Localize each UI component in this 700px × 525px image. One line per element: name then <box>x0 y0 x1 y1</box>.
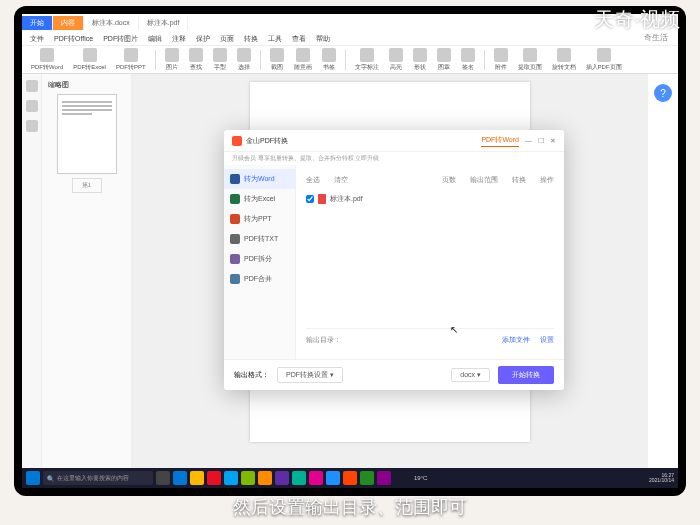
task-icon[interactable] <box>360 471 374 485</box>
task-icon[interactable] <box>190 471 204 485</box>
app-logo-icon <box>232 136 242 146</box>
right-sidebar: ? <box>648 74 678 470</box>
page-thumbnail[interactable] <box>57 94 117 174</box>
dialog-tab[interactable]: PDF转Word <box>481 135 519 147</box>
output-dir-label: 输出目录： <box>306 335 341 345</box>
side-excel[interactable]: 转为Excel <box>224 189 295 209</box>
windows-taskbar: 🔍 在这里输入你要搜索的内容 19°C 16:27 2021/10/14 <box>22 468 678 488</box>
thumbnail-panel: 缩略图 第1 <box>42 74 132 470</box>
menu-annotate[interactable]: 注释 <box>172 34 186 44</box>
task-icon[interactable] <box>275 471 289 485</box>
col-range: 输出范围 <box>470 175 498 185</box>
tool-insert[interactable]: 插入PDF页面 <box>583 47 625 73</box>
tool-shape[interactable]: 形状 <box>410 47 430 73</box>
tool-sign[interactable]: 签名 <box>458 47 478 73</box>
window-tabs: 开始 内容 标注本.docx 标注本.pdf <box>22 14 678 32</box>
menu-bar: 文件 PDF转Office PDF转图片 编辑 注释 保护 页面 转换 工具 查… <box>22 32 678 46</box>
menu-view[interactable]: 查看 <box>292 34 306 44</box>
format-select[interactable]: PDF转换设置 ▾ <box>277 367 343 383</box>
menu-convert-img[interactable]: PDF转图片 <box>103 34 138 44</box>
thumbnail-icon[interactable] <box>26 80 38 92</box>
dialog-header: 金山PDF转换 PDF转Word — ☐ ✕ <box>224 130 564 152</box>
maximize-icon[interactable]: ☐ <box>538 137 544 145</box>
comment-icon[interactable] <box>26 120 38 132</box>
task-icon[interactable] <box>309 471 323 485</box>
bookmark-icon[interactable] <box>26 100 38 112</box>
file-row[interactable]: 标注本.pdf <box>306 191 554 207</box>
tab-pdf[interactable]: 标注本.pdf <box>139 16 189 30</box>
toolbar: PDF转Word PDF转Excel PDF转PPT 图片 查找 手型 选择 截… <box>22 46 678 74</box>
page-number: 第1 <box>72 178 102 193</box>
taskbar-clock[interactable]: 16:27 2021/10/14 <box>649 473 674 484</box>
tool-bookmark[interactable]: 书签 <box>319 47 339 73</box>
tool-hand[interactable]: 手型 <box>210 47 230 73</box>
menu-convert-office[interactable]: PDF转Office <box>54 34 93 44</box>
add-file-link[interactable]: 添加文件 <box>502 335 530 345</box>
task-icon[interactable] <box>377 471 391 485</box>
task-icon[interactable] <box>207 471 221 485</box>
start-convert-button[interactable]: 开始转换 <box>498 366 554 384</box>
task-icon[interactable] <box>326 471 340 485</box>
thumb-header: 缩略图 <box>48 80 125 90</box>
taskbar-search[interactable]: 🔍 在这里输入你要搜索的内容 <box>43 471 153 485</box>
side-split[interactable]: PDF拆分 <box>224 249 295 269</box>
menu-page[interactable]: 页面 <box>220 34 234 44</box>
tool-extract[interactable]: 提取页面 <box>515 47 545 73</box>
side-merge[interactable]: PDF合并 <box>224 269 295 289</box>
task-icon[interactable] <box>292 471 306 485</box>
col-action: 操作 <box>540 175 554 185</box>
task-icon[interactable] <box>156 471 170 485</box>
task-icon[interactable] <box>241 471 255 485</box>
dialog-title: 金山PDF转换 <box>246 136 288 146</box>
task-icon[interactable] <box>343 471 357 485</box>
minimize-icon[interactable]: — <box>525 137 532 144</box>
menu-edit[interactable]: 编辑 <box>148 34 162 44</box>
task-icon[interactable] <box>173 471 187 485</box>
tab-content[interactable]: 内容 <box>53 16 84 30</box>
tool-rotate[interactable]: 旋转文档 <box>549 47 579 73</box>
col-clear[interactable]: 清空 <box>334 175 348 185</box>
task-icon[interactable] <box>224 471 238 485</box>
tool-text[interactable]: 文字标注 <box>352 47 382 73</box>
dialog-main: 全选 清空 页数 输出范围 转换 操作 标注本.pdf 输出目录： 添加文件 设… <box>296 165 564 359</box>
dialog-banner: 升级会员 尊享批量转换、提取、合并拆分特权 立即升级 <box>224 152 564 165</box>
col-pages: 页数 <box>442 175 456 185</box>
tool-find[interactable]: 查找 <box>186 47 206 73</box>
tool-select[interactable]: 选择 <box>234 47 254 73</box>
menu-file[interactable]: 文件 <box>30 34 44 44</box>
file-list-header: 全选 清空 页数 输出范围 转换 操作 <box>306 173 554 191</box>
tab-doc[interactable]: 标注本.docx <box>84 16 139 30</box>
task-icon[interactable] <box>258 471 272 485</box>
file-name: 标注本.pdf <box>330 194 363 204</box>
tool-attach[interactable]: 附件 <box>491 47 511 73</box>
tool-pdf-word[interactable]: PDF转Word <box>28 47 66 73</box>
settings-link[interactable]: 设置 <box>540 335 554 345</box>
file-checkbox[interactable] <box>306 195 314 203</box>
tool-draw[interactable]: 随意画 <box>291 47 315 73</box>
pdf-file-icon <box>318 194 326 204</box>
menu-help[interactable]: 帮助 <box>316 34 330 44</box>
screen: 开始 内容 标注本.docx 标注本.pdf 文件 PDF转Office PDF… <box>22 14 678 488</box>
close-icon[interactable]: ✕ <box>550 137 556 145</box>
side-ppt[interactable]: 转为PPT <box>224 209 295 229</box>
weather[interactable]: 19°C <box>414 475 427 481</box>
menu-protect[interactable]: 保护 <box>196 34 210 44</box>
tab-start[interactable]: 开始 <box>22 16 53 30</box>
menu-tools[interactable]: 工具 <box>268 34 282 44</box>
tool-pdf-ppt[interactable]: PDF转PPT <box>113 47 149 73</box>
tool-stamp[interactable]: 图章 <box>434 47 454 73</box>
side-txt[interactable]: PDF转TXT <box>224 229 295 249</box>
tool-snap[interactable]: 截图 <box>267 47 287 73</box>
start-button[interactable] <box>26 471 40 485</box>
tool-highlight[interactable]: 高亮 <box>386 47 406 73</box>
col-select[interactable]: 全选 <box>306 175 320 185</box>
tool-pdf-excel[interactable]: PDF转Excel <box>70 47 109 73</box>
tool-image[interactable]: 图片 <box>162 47 182 73</box>
mouse-cursor: ↖ <box>450 324 458 335</box>
help-icon[interactable]: ? <box>654 84 672 102</box>
page-select[interactable]: docx ▾ <box>451 368 490 382</box>
video-subtitle: 然后设置输出目录、范围即可 <box>0 495 700 519</box>
side-word[interactable]: 转为Word <box>224 169 295 189</box>
menu-convert[interactable]: 转换 <box>244 34 258 44</box>
dialog-settings-bar: 输出格式： PDF转换设置 ▾ docx ▾ 开始转换 <box>224 359 564 390</box>
